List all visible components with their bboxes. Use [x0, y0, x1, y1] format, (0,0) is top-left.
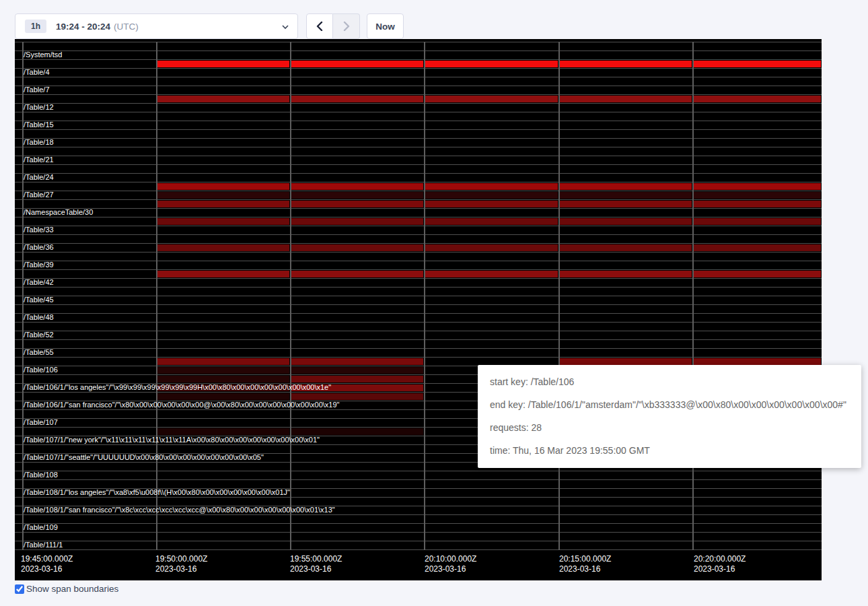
axis-tick: 20:10:00.000Z2023-03-16	[425, 554, 476, 574]
heatmap-cell[interactable]	[291, 61, 423, 67]
row-label: /Table/106/1/"san francisco"/"\x80\x00\x…	[24, 401, 340, 409]
heatmap-cell[interactable]	[291, 358, 423, 365]
chevron-left-icon	[316, 22, 324, 31]
heatmap-cell[interactable]	[157, 61, 289, 67]
heatmap-cell[interactable]	[157, 393, 289, 400]
heatmap-cell[interactable]	[157, 96, 289, 102]
tooltip-requests: requests: 28	[490, 416, 849, 439]
heatmap-cell[interactable]	[559, 271, 692, 277]
previous-interval-button[interactable]	[306, 13, 333, 39]
timezone-label: (UTC)	[114, 22, 139, 32]
heatmap-cell[interactable]	[693, 201, 821, 207]
heatmap-cell[interactable]	[157, 192, 289, 199]
heatmap-cell[interactable]	[291, 393, 423, 400]
time-range-select[interactable]: 1h 19:24 - 20:24 (UTC)	[15, 13, 298, 39]
row-label: /NamespaceTable/30	[24, 208, 93, 217]
heatmap-cell[interactable]	[425, 192, 558, 199]
duration-badge: 1h	[25, 20, 46, 33]
chevron-right-icon	[342, 22, 351, 31]
row-label: /Table/107/1/"seattle"/"UUUUUUD\x00\x80\…	[24, 453, 264, 462]
row-label: /Table/27	[24, 191, 54, 199]
row-label: /Table/52	[24, 331, 54, 339]
heatmap-cell[interactable]	[425, 183, 558, 190]
tooltip-time: time: Thu, 16 Mar 2023 19:55:00 GMT	[490, 439, 849, 462]
heatmap-cell[interactable]	[559, 201, 692, 207]
row-label: /Table/24	[24, 173, 54, 182]
heatmap-cell[interactable]	[291, 201, 423, 207]
heatmap-cell[interactable]	[693, 218, 821, 225]
heatmap-cell[interactable]	[425, 61, 558, 67]
heatmap-cell[interactable]	[559, 192, 692, 199]
heatmap-cell[interactable]	[559, 61, 692, 67]
show-span-boundaries-checkbox[interactable]	[15, 584, 24, 594]
heatmap-cell[interactable]	[157, 244, 289, 251]
heatmap-cell[interactable]	[559, 218, 692, 225]
heatmap-cell[interactable]	[693, 183, 821, 190]
axis-time-label: 20:10:00.000Z	[425, 554, 476, 564]
heatmap-cell[interactable]	[157, 358, 289, 365]
axis-time-label: 20:20:00.000Z	[694, 554, 746, 564]
heatmap-cell[interactable]	[157, 201, 289, 207]
now-button[interactable]: Now	[367, 13, 404, 39]
heatmap-cell[interactable]	[425, 96, 558, 102]
heatmap-cell[interactable]	[157, 367, 289, 374]
heatmap-cell[interactable]	[157, 376, 289, 382]
heatmap-cell[interactable]	[559, 183, 692, 190]
row-label: /Table/42	[24, 278, 54, 287]
heatmap-grid-lines	[15, 42, 822, 550]
row-label: /Table/12	[24, 103, 54, 112]
heatmap-cell[interactable]	[291, 192, 423, 199]
heatmap-cell[interactable]	[559, 358, 692, 365]
row-label: /Table/21	[24, 156, 54, 164]
row-label: /Table/15	[24, 121, 54, 129]
grid-line	[156, 42, 157, 550]
heatmap-cell[interactable]	[157, 218, 289, 225]
show-span-boundaries-label[interactable]: Show span boundaries	[26, 584, 118, 594]
heatmap-cell[interactable]	[291, 428, 423, 435]
heatmap-cell[interactable]	[693, 61, 821, 67]
heatmap-cell[interactable]	[157, 428, 289, 435]
axis-date-label: 2023-03-16	[290, 564, 342, 574]
axis-date-label: 2023-03-16	[559, 564, 611, 574]
heatmap-cell[interactable]	[157, 183, 289, 190]
heatmap-cell[interactable]	[693, 358, 821, 365]
row-label: /Table/108/1/"los angeles"/"\xa8\xf5\u00…	[24, 488, 290, 497]
heatmap-cell[interactable]	[157, 271, 289, 277]
heatmap-cell[interactable]	[559, 244, 692, 251]
row-label: /Table/108/1/"san francisco"/"\x8c\xcc\x…	[24, 506, 335, 514]
heatmap[interactable]: /System/tsd/Table/4/Table/7/Table/12/Tab…	[15, 39, 822, 580]
heatmap-cell[interactable]	[693, 96, 821, 102]
row-label: /Table/7	[24, 86, 50, 94]
heatmap-cell[interactable]	[425, 244, 558, 251]
heatmap-cell[interactable]	[291, 244, 423, 251]
row-label: /Table/33	[24, 226, 54, 234]
heatmap-cell[interactable]	[693, 192, 821, 199]
axis-tick: 19:50:00.000Z2023-03-16	[155, 554, 207, 574]
heatmap-cell[interactable]	[291, 96, 423, 102]
row-label: /Table/109	[24, 523, 58, 532]
grid-line	[424, 42, 425, 550]
heatmap-cell[interactable]	[693, 244, 821, 251]
heatmap-cell[interactable]	[425, 271, 558, 277]
heatmap-cell[interactable]	[693, 271, 821, 277]
heatmap-cell[interactable]	[291, 218, 423, 225]
axis-tick: 19:55:00.000Z2023-03-16	[290, 554, 342, 574]
heatmap-cell[interactable]	[291, 376, 423, 382]
heatmap-cell[interactable]	[425, 201, 558, 207]
row-label: /Table/48	[24, 313, 54, 322]
axis-time-label: 19:45:00.000Z	[21, 554, 73, 564]
grid-line	[290, 42, 291, 550]
heatmap-cell[interactable]	[291, 367, 423, 374]
grid-line	[558, 42, 560, 550]
heatmap-cell[interactable]	[559, 96, 692, 102]
axis-date-label: 2023-03-16	[155, 564, 207, 574]
span-tooltip: start key: /Table/106 end key: /Table/10…	[478, 365, 861, 468]
axis-tick: 19:45:00.000Z2023-03-16	[21, 554, 73, 574]
row-label: /Table/106/1/"los angeles"/"\x99\x99\x99…	[24, 383, 331, 392]
heatmap-cell[interactable]	[291, 183, 423, 190]
time-nav-group	[306, 13, 360, 39]
next-interval-button[interactable]	[333, 13, 360, 39]
axis-date-label: 2023-03-16	[21, 564, 73, 574]
heatmap-cell[interactable]	[425, 218, 558, 225]
heatmap-cell[interactable]	[291, 271, 423, 277]
